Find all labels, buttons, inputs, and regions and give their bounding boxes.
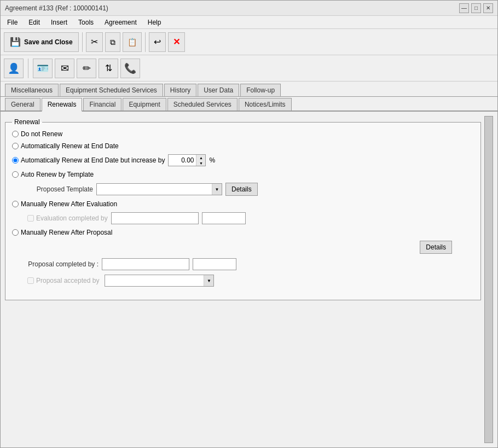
- proposal-accepted-dropdown[interactable]: ▼: [105, 275, 214, 287]
- email-button[interactable]: ✉: [55, 59, 74, 78]
- close-button[interactable]: ✕: [483, 3, 493, 13]
- menu-help[interactable]: Help: [146, 19, 164, 26]
- toolbar2-separator: [28, 59, 28, 78]
- auto-renew-end-date-row: Automatically Renew at End Date: [12, 142, 474, 150]
- proposed-template-input[interactable]: [97, 184, 212, 195]
- auto-renew-end-date-text: Automatically Renew at End Date: [21, 142, 119, 150]
- proposal-accepted-text: Proposal accepted by: [36, 277, 99, 284]
- renewal-group: Renewal Do not Renew Automatically Renew…: [5, 118, 481, 300]
- edit-icon: ✏: [83, 62, 91, 74]
- proposed-template-row: Proposed Template ▼ Details: [12, 183, 474, 196]
- manually-renew-eval-radio[interactable]: [12, 201, 19, 207]
- main-window: Agreement #133 (Ref : 100000141) — □ ✕ F…: [0, 0, 498, 448]
- tab-notices-limits[interactable]: Notices/Limits: [239, 98, 292, 110]
- user-button[interactable]: 👤: [4, 59, 24, 78]
- tab-user-data[interactable]: User Data: [198, 84, 239, 96]
- phone-button[interactable]: 📞: [120, 59, 140, 78]
- menu-tools[interactable]: Tools: [76, 19, 96, 26]
- proposal-accepted-input[interactable]: [105, 275, 204, 286]
- toolbar-separator2: [145, 32, 146, 52]
- dropdown-arrow-icon[interactable]: ▼: [212, 184, 222, 195]
- details-row-2: Details: [12, 241, 474, 254]
- proposal-label: Proposal completed by :: [27, 260, 99, 268]
- user-icon: 👤: [8, 62, 20, 74]
- spinner-down[interactable]: ▼: [196, 160, 205, 166]
- evaluation-completed-by-input2[interactable]: [202, 212, 246, 224]
- auto-renew-increase-label[interactable]: Automatically Renew at End Date but incr…: [12, 156, 165, 164]
- increase-value-input[interactable]: 0.00: [169, 155, 196, 166]
- menu-file[interactable]: File: [5, 19, 20, 26]
- auto-renew-template-text: Auto Renew by Template: [21, 171, 94, 178]
- cancel-icon: ✕: [173, 38, 180, 46]
- tab-financial[interactable]: Financial: [83, 98, 121, 110]
- tabs-row2: General Renewals Financial Equipment Sch…: [1, 97, 497, 112]
- cancel-button[interactable]: ✕: [168, 32, 185, 52]
- manually-renew-eval-label[interactable]: Manually Renew After Evaluation: [12, 200, 117, 208]
- content-area: Renewal Do not Renew Automatically Renew…: [1, 112, 497, 447]
- card-icon: 🪪: [37, 62, 49, 74]
- proposal-accepted-checkbox[interactable]: [27, 277, 34, 284]
- spinner-buttons: ▲ ▼: [196, 155, 205, 166]
- evaluation-completed-by-input[interactable]: [111, 212, 199, 224]
- proposed-template-dropdown[interactable]: ▼: [96, 183, 222, 195]
- cut-icon: ✂: [91, 38, 98, 46]
- evaluation-completed-row: Evaluation completed by: [12, 212, 474, 224]
- proposal-completed-by-input2[interactable]: [193, 258, 236, 270]
- paste-button[interactable]: 📋: [123, 32, 142, 52]
- tab-renewals[interactable]: Renewals: [42, 98, 83, 112]
- percent-label: %: [209, 156, 215, 164]
- proposal-accepted-checkbox-label[interactable]: Proposal accepted by: [27, 277, 99, 284]
- undo-button[interactable]: ↩: [149, 32, 166, 52]
- save-close-label: Save and Close: [24, 38, 73, 46]
- proposal-completed-by-input[interactable]: [102, 258, 189, 270]
- spinner-up[interactable]: ▲: [196, 155, 205, 160]
- manually-renew-proposal-text: Manually Renew After Proposal: [21, 229, 112, 236]
- restore-button[interactable]: □: [471, 3, 481, 13]
- copy-button[interactable]: ⧉: [105, 32, 120, 52]
- toolbar-separator: [82, 32, 83, 52]
- manually-renew-proposal-row: Manually Renew After Proposal: [12, 229, 474, 236]
- title-bar: Agreement #133 (Ref : 100000141) — □ ✕: [1, 1, 497, 16]
- auto-renew-increase-radio[interactable]: [12, 157, 19, 164]
- save-icon: 💾: [10, 38, 21, 46]
- increase-spinner[interactable]: 0.00 ▲ ▼: [168, 154, 206, 166]
- auto-renew-increase-text: Automatically Renew at End Date but incr…: [21, 156, 165, 164]
- minimize-button[interactable]: —: [459, 3, 469, 13]
- main-panel: Renewal Do not Renew Automatically Renew…: [5, 116, 481, 443]
- manually-renew-proposal-label[interactable]: Manually Renew After Proposal: [12, 229, 112, 236]
- menu-insert[interactable]: Insert: [49, 19, 70, 26]
- proposed-template-label: Proposed Template: [27, 185, 93, 193]
- toolbar2: 👤 🪪 ✉ ✏ ⇅ 📞: [1, 55, 497, 82]
- auto-renew-end-date-radio[interactable]: [12, 143, 19, 149]
- tab-follow-up[interactable]: Follow-up: [240, 84, 281, 96]
- evaluation-completed-text: Evaluation completed by: [36, 214, 108, 222]
- menu-agreement[interactable]: Agreement: [102, 19, 139, 26]
- window-title: Agreement #133 (Ref : 100000141): [5, 4, 108, 12]
- tab-equipment[interactable]: Equipment: [123, 98, 166, 110]
- menu-edit[interactable]: Edit: [26, 19, 42, 26]
- edit-button[interactable]: ✏: [77, 59, 96, 78]
- do-not-renew-radio[interactable]: [12, 131, 19, 137]
- tab-scheduled-services[interactable]: Scheduled Services: [167, 98, 238, 110]
- title-bar-controls: — □ ✕: [459, 3, 493, 13]
- paste-icon: 📋: [128, 38, 137, 46]
- tab-general[interactable]: General: [5, 98, 40, 110]
- auto-renew-template-radio[interactable]: [12, 171, 19, 178]
- proposal-accepted-dropdown-arrow-icon[interactable]: ▼: [204, 275, 213, 286]
- tab-history[interactable]: History: [164, 84, 196, 96]
- evaluation-checkbox-label[interactable]: Evaluation completed by: [27, 214, 108, 222]
- tab-miscellaneous[interactable]: Miscellaneous: [5, 84, 59, 96]
- merge-button[interactable]: ⇅: [99, 59, 118, 78]
- save-close-button[interactable]: 💾 Save and Close: [4, 32, 79, 52]
- evaluation-checkbox[interactable]: [27, 215, 34, 222]
- auto-renew-end-date-label[interactable]: Automatically Renew at End Date: [12, 142, 119, 150]
- manually-renew-proposal-radio[interactable]: [12, 229, 19, 236]
- card-button[interactable]: 🪪: [33, 59, 53, 78]
- auto-renew-increase-row: Automatically Renew at End Date but incr…: [12, 154, 474, 166]
- tab-equipment-scheduled-services[interactable]: Equipment Scheduled Services: [60, 84, 163, 96]
- details-button-2[interactable]: Details: [420, 241, 452, 254]
- details-button-1[interactable]: Details: [225, 183, 258, 196]
- cut-button[interactable]: ✂: [86, 32, 103, 52]
- do-not-renew-label[interactable]: Do not Renew: [12, 130, 62, 138]
- auto-renew-template-label[interactable]: Auto Renew by Template: [12, 171, 94, 178]
